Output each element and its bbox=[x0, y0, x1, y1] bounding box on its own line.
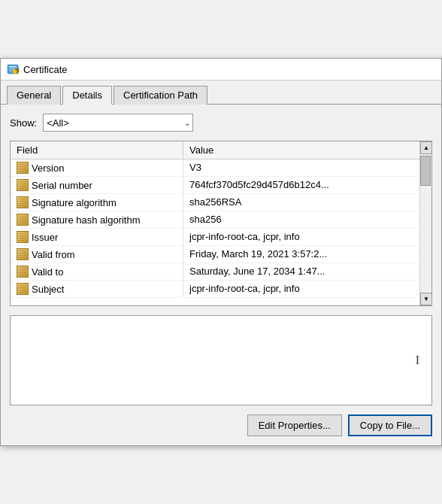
cell-field-valid-to: Valid to bbox=[11, 263, 183, 280]
field-icon bbox=[17, 283, 29, 295]
field-icon bbox=[17, 248, 29, 260]
cell-field-issuer: Issuer bbox=[11, 229, 183, 245]
field-icon bbox=[17, 162, 29, 174]
table-row[interactable]: Serial number 764fcf370d5fc29d457d6b12c4… bbox=[11, 177, 419, 194]
tab-certification-path[interactable]: Certification Path bbox=[114, 86, 207, 105]
column-header-value: Value bbox=[183, 141, 419, 159]
cell-field-sig-hash: Signature hash algorithm bbox=[11, 211, 183, 228]
show-label: Show: bbox=[10, 117, 37, 129]
cell-value-sig-algo: sha256RSA bbox=[183, 194, 419, 211]
show-row: Show: <All> ⌄ bbox=[10, 114, 432, 132]
table-row[interactable]: Signature hash algorithm sha256 bbox=[11, 211, 419, 229]
field-icon bbox=[17, 196, 29, 208]
field-icon bbox=[17, 179, 29, 191]
tab-general[interactable]: General bbox=[7, 86, 61, 105]
svg-text:★: ★ bbox=[14, 65, 20, 76]
table-row[interactable]: Signature algorithm sha256RSA bbox=[11, 194, 419, 211]
cell-field-subject: Subject bbox=[11, 281, 183, 297]
cell-field-serial: Serial number bbox=[11, 177, 183, 193]
scroll-down-button[interactable]: ▼ bbox=[420, 293, 432, 305]
edit-properties-button[interactable]: Edit Properties... bbox=[247, 414, 342, 436]
table-header: Field Value bbox=[11, 141, 419, 159]
scroll-track[interactable] bbox=[420, 154, 431, 293]
cell-value-valid-to: Saturday, June 17, 2034 1:47... bbox=[183, 263, 419, 280]
table-scrollbar[interactable]: ▲ ▼ bbox=[419, 141, 431, 305]
table-inner: Field Value Version V3 bbox=[11, 141, 419, 305]
cell-field-valid-from: Valid from bbox=[11, 246, 183, 263]
cell-value-valid-from: Friday, March 19, 2021 3:57:2... bbox=[183, 246, 419, 263]
table-row[interactable]: Valid to Saturday, June 17, 2034 1:47... bbox=[11, 263, 419, 281]
table-row[interactable]: Issuer jcpr-info-root-ca, jcpr, info bbox=[11, 229, 419, 246]
tab-bar: General Details Certification Path bbox=[1, 80, 441, 105]
cursor-indicator: I bbox=[416, 354, 419, 367]
buttons-row: Edit Properties... Copy to File... bbox=[10, 414, 432, 436]
scroll-up-button[interactable]: ▲ bbox=[420, 141, 432, 154]
field-icon bbox=[17, 214, 29, 226]
cell-value-version: V3 bbox=[183, 159, 419, 176]
table-row[interactable]: Version V3 bbox=[11, 159, 419, 177]
certificate-icon: ★ bbox=[7, 63, 19, 75]
table-body[interactable]: Version V3 Serial number 764fcf370d5fc29… bbox=[11, 159, 419, 305]
cell-value-serial: 764fcf370d5fc29d457d6b12c4... bbox=[183, 177, 419, 193]
field-icon bbox=[17, 266, 29, 278]
title-bar: ★ Certificate bbox=[1, 59, 441, 80]
tab-content: Show: <All> ⌄ Field Value bbox=[1, 105, 441, 445]
cell-value-sig-hash: sha256 bbox=[183, 211, 419, 228]
window-title: Certificate bbox=[23, 64, 68, 75]
tab-details[interactable]: Details bbox=[62, 86, 112, 105]
cell-value-subject: jcpr-info-root-ca, jcpr, info bbox=[183, 281, 419, 297]
column-header-field: Field bbox=[11, 141, 183, 159]
cell-field-sig-algo: Signature algorithm bbox=[11, 194, 183, 211]
certificate-window: ★ Certificate General Details Certificat… bbox=[0, 58, 442, 446]
table-row[interactable]: Valid from Friday, March 19, 2021 3:57:2… bbox=[11, 246, 419, 263]
field-icon bbox=[17, 231, 29, 243]
cell-value-issuer: jcpr-info-root-ca, jcpr, info bbox=[183, 229, 419, 245]
scroll-thumb[interactable] bbox=[420, 156, 431, 186]
show-dropdown-wrapper: <All> ⌄ bbox=[43, 114, 193, 132]
show-dropdown[interactable]: <All> bbox=[43, 114, 193, 132]
detail-box[interactable]: I bbox=[10, 315, 432, 405]
copy-to-file-button[interactable]: Copy to File... bbox=[348, 414, 432, 436]
cell-field-version: Version bbox=[11, 159, 183, 176]
table-row[interactable]: Subject jcpr-info-root-ca, jcpr, info bbox=[11, 281, 419, 298]
certificate-table: Field Value Version V3 bbox=[10, 141, 432, 306]
